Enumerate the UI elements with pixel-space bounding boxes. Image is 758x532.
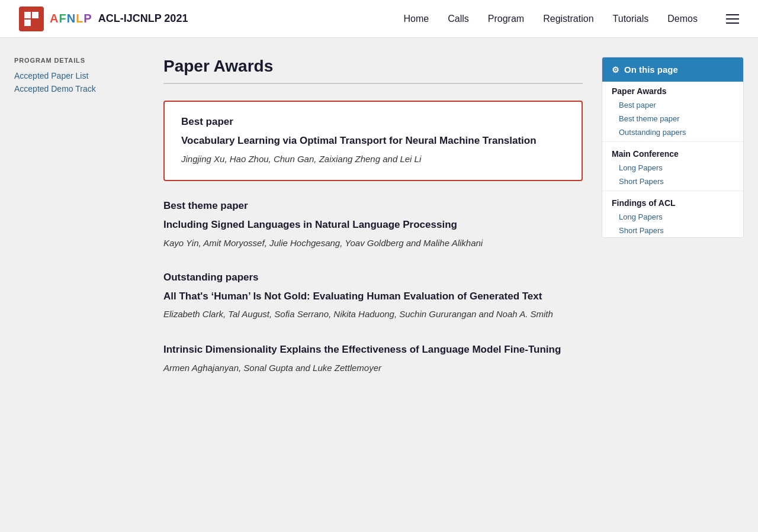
nav-home[interactable]: Home [404, 14, 429, 24]
page-title: Paper Awards [163, 57, 583, 76]
best-paper-label: Best paper [181, 116, 565, 128]
nav-registration[interactable]: Registration [543, 14, 593, 24]
sidebar-item-accepted-paper-list[interactable]: Accepted Paper List [14, 71, 144, 80]
navbar: AFNLP ACL-IJCNLP 2021 Home Calls Program… [0, 0, 758, 38]
nav-calls[interactable]: Calls [448, 14, 469, 24]
sidebar-section-label: PROGRAM DETAILS [14, 57, 144, 64]
toc-item-outstanding-papers[interactable]: Outstanding papers [602, 125, 743, 139]
toc-item-main-short-papers[interactable]: Short Papers [602, 175, 743, 188]
gear-icon: ⚙ [612, 65, 619, 75]
nav-tutorials[interactable]: Tutorials [613, 14, 649, 24]
svg-rect-0 [24, 12, 31, 18]
sidebar-left: PROGRAM DETAILS Accepted Paper List Acce… [14, 57, 144, 396]
svg-rect-1 [32, 12, 38, 18]
logo-afnlp: AFNLP [50, 12, 92, 25]
title-divider [163, 83, 583, 84]
best-theme-paper-title: Including Signed Languages in Natural La… [163, 218, 583, 232]
outstanding-paper-2-title: Intrinsic Dimensionality Explains the Ef… [163, 343, 583, 357]
nav-program[interactable]: Program [488, 14, 524, 24]
main-content: Paper Awards Best paper Vocabulary Learn… [163, 57, 583, 396]
best-paper-title: Vocabulary Learning via Optimal Transpor… [181, 134, 565, 148]
toc-divider-1 [602, 141, 743, 142]
sidebar-item-accepted-demo-track[interactable]: Accepted Demo Track [14, 84, 144, 93]
svg-rect-2 [24, 20, 31, 26]
nav-demos[interactable]: Demos [667, 14, 698, 24]
nav-links: Home Calls Program Registration Tutorial… [404, 14, 739, 24]
brand: AFNLP ACL-IJCNLP 2021 [19, 7, 188, 31]
toc-item-main-long-papers[interactable]: Long Papers [602, 161, 743, 175]
toc-section-paper-awards: Paper Awards [602, 82, 743, 98]
best-theme-paper-authors: Kayo Yin, Amit Moryossef, Julie Hochgesa… [163, 237, 583, 250]
outstanding-paper-1-authors: Elizabeth Clark, Tal August, Sofia Serra… [163, 308, 583, 321]
best-paper-authors: Jingjing Xu, Hao Zhou, Chun Gan, Zaixian… [181, 153, 565, 166]
toc-box: ⚙ On this page Paper Awards Best paper B… [602, 57, 744, 238]
best-theme-paper-section: Best theme paper Including Signed Langua… [163, 200, 583, 250]
logo-icon [19, 7, 44, 31]
toc-header: ⚙ On this page [602, 57, 743, 82]
toc-header-text: On this page [624, 65, 678, 75]
outstanding-papers-section: Outstanding papers All That's ‘Human’ Is… [163, 272, 583, 321]
toc-section-findings-acl: Findings of ACL [602, 194, 743, 210]
toc-item-findings-short-papers[interactable]: Short Papers [602, 224, 743, 237]
toc-item-best-theme-paper[interactable]: Best theme paper [602, 112, 743, 125]
hamburger-menu[interactable] [726, 14, 739, 24]
sidebar-right: ⚙ On this page Paper Awards Best paper B… [602, 57, 744, 396]
outstanding-paper-2-section: Intrinsic Dimensionality Explains the Ef… [163, 343, 583, 375]
site-title: ACL-IJCNLP 2021 [98, 12, 188, 25]
outstanding-paper-1-title: All That's ‘Human’ Is Not Gold: Evaluati… [163, 289, 583, 304]
outstanding-paper-2-authors: Armen Aghajanyan, Sonal Gupta and Luke Z… [163, 362, 583, 375]
best-paper-box: Best paper Vocabulary Learning via Optim… [163, 101, 583, 181]
toc-section-main-conference: Main Conference [602, 144, 743, 161]
toc-item-findings-long-papers[interactable]: Long Papers [602, 210, 743, 224]
toc-item-best-paper[interactable]: Best paper [602, 98, 743, 112]
best-theme-paper-label: Best theme paper [163, 200, 583, 212]
outstanding-papers-label: Outstanding papers [163, 272, 583, 283]
toc-divider-2 [602, 191, 743, 191]
